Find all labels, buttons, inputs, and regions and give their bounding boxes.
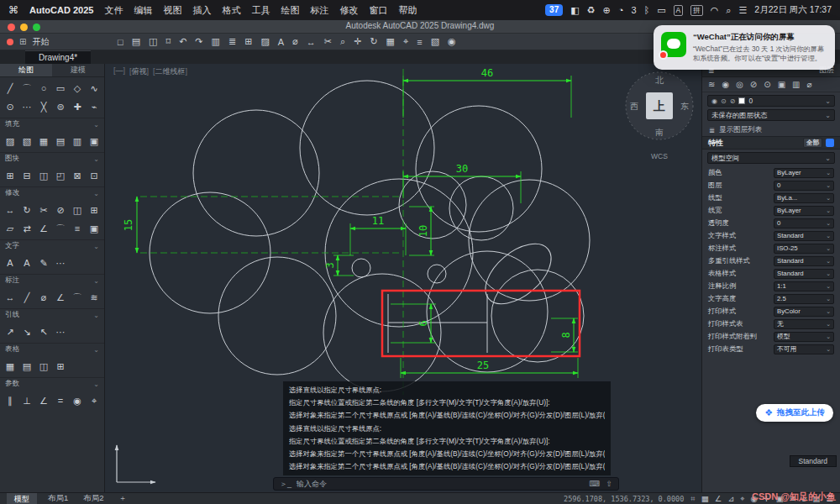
notification-count[interactable]: 3 — [631, 5, 636, 15]
edit-text-icon[interactable]: ✎ — [35, 254, 52, 272]
zoom-icon[interactable]: ⌕ — [340, 36, 345, 47]
property-value-dropdown[interactable]: ByLayer ⌄ — [774, 206, 834, 216]
trim-icon[interactable]: ✂ — [324, 36, 332, 47]
mirror-icon[interactable]: ▱ — [2, 219, 18, 238]
command-input-bar[interactable]: ＞_ 输入命令 ⌨ ⇧ — [273, 477, 619, 491]
property-value-dropdown[interactable]: 无 ⌄ — [774, 319, 834, 329]
bluetooth-icon[interactable]: ᛒ — [644, 5, 650, 15]
viewport-control[interactable]: 俯视 — [129, 66, 149, 77]
grid-display-icon[interactable]: ⌗ — [690, 494, 695, 504]
view-icon[interactable]: ◉ — [448, 36, 456, 47]
hatch-gradient-icon[interactable]: ▧ — [18, 132, 35, 150]
layer-new-icon[interactable]: ≋ — [708, 80, 715, 89]
menu-item[interactable]: 文件 — [104, 4, 123, 17]
parallel-constraint-icon[interactable]: ∥ — [2, 391, 18, 410]
leader-more-icon[interactable]: ⋯ — [52, 323, 69, 341]
wcs-dropdown[interactable]: WCS — [651, 152, 668, 160]
perpendicular-constraint-icon[interactable]: ⊥ — [18, 391, 35, 410]
recycle-icon[interactable]: ♻ — [587, 5, 596, 16]
attribute-icon[interactable]: ◰ — [52, 166, 69, 185]
property-value-dropdown[interactable]: 2.5 ⌄ — [774, 294, 834, 304]
xline-icon[interactable]: ╳ — [35, 97, 52, 116]
layer-off-icon[interactable]: ◎ — [736, 80, 743, 89]
array-icon[interactable]: ⊞ — [86, 201, 102, 219]
chevron-down-icon[interactable]: ⌄ — [826, 270, 831, 277]
wechat-notification[interactable]: “WeChat”正在访问你的屏幕 “WeChat”已在过去 30 天 1 次访问… — [654, 25, 835, 70]
upload-button[interactable]: ❖ 拖拽至此上传 — [756, 404, 833, 422]
table-insert-icon[interactable]: ⊞ — [52, 357, 69, 375]
property-value-dropdown[interactable]: ByColor ⌄ — [774, 307, 834, 317]
polar-tracking-icon[interactable]: ⊿ — [727, 494, 734, 504]
chevron-down-icon[interactable]: ⌄ — [826, 308, 831, 315]
layer-color-icon[interactable]: ▣ — [778, 80, 785, 89]
chevron-down-icon[interactable]: ⌄ — [826, 233, 831, 239]
create-block-icon[interactable]: ⊟ — [18, 166, 35, 185]
standard-style-badge[interactable]: Standard — [790, 455, 837, 467]
ellipse-icon[interactable]: ⊜ — [52, 97, 69, 116]
hatch-edit-icon[interactable]: ▣ — [86, 132, 102, 150]
trim-icon[interactable]: ✂ — [35, 201, 52, 219]
menu-item[interactable]: 标注 — [310, 4, 328, 17]
chevron-down-icon[interactable]: ⌄ — [93, 312, 99, 319]
chamfer-icon[interactable]: ∠ — [35, 219, 52, 238]
app-grid-icon[interactable]: ⊞ — [19, 37, 26, 46]
offset-icon[interactable]: ⇄ — [18, 219, 35, 238]
menu-item[interactable]: 插入 — [192, 4, 211, 17]
layer-on-icon[interactable]: ◉ — [722, 80, 729, 89]
viewport-control[interactable]: 二维线框 — [153, 66, 187, 77]
layers-icon[interactable]: ≣ — [228, 36, 236, 47]
mleader-icon[interactable]: ↗ — [2, 323, 18, 341]
redo-icon[interactable]: ↷ — [195, 36, 202, 47]
concentric-constraint-icon[interactable]: ◉ — [69, 391, 86, 410]
chevron-down-icon[interactable]: ⌄ — [825, 97, 831, 105]
layer-visibility-icon[interactable]: ◉ — [711, 97, 717, 105]
chevron-down-icon[interactable]: ⌄ — [825, 112, 831, 119]
hatch-user-icon[interactable]: ▤ — [52, 132, 69, 150]
leader-collect-icon[interactable]: ↖ — [35, 323, 52, 341]
hatch-pattern-icon[interactable]: ▨ — [2, 132, 18, 150]
properties-filter-icon[interactable] — [826, 139, 834, 147]
viewport-control[interactable]: — — [113, 66, 125, 77]
chevron-down-icon[interactable]: ⌄ — [825, 155, 831, 162]
chevron-down-icon[interactable]: ⌄ — [93, 190, 99, 197]
show-layer-list-row[interactable]: ≣ 显示图层列表 — [702, 123, 840, 136]
keyboard-icon[interactable]: ⌨ — [589, 480, 600, 488]
property-value-dropdown[interactable]: ByLayer ⌄ — [774, 168, 834, 178]
property-value-dropdown[interactable]: 0 ⌄ — [774, 218, 834, 228]
open-file-icon[interactable]: ▤ — [132, 36, 140, 47]
measure-icon[interactable]: ⌀ — [292, 36, 298, 47]
input-source-pinyin[interactable]: 拼 — [690, 5, 703, 16]
chevron-down-icon[interactable]: ⌄ — [826, 333, 831, 340]
linear-dim-icon[interactable]: ↔ — [2, 288, 18, 307]
orbit-icon[interactable]: ↻ — [370, 36, 377, 47]
chevron-down-icon[interactable]: ⌄ — [93, 121, 99, 129]
tab-drawing4[interactable]: Drawing4* — [25, 50, 91, 64]
aligned-dim-icon[interactable]: ╱ — [18, 288, 35, 307]
wifi-icon[interactable]: ◠ — [711, 5, 719, 16]
notification-bell-icon[interactable]: ◔ — [618, 5, 624, 15]
centerline-icon[interactable]: ✚ — [69, 97, 86, 116]
input-source-abc[interactable]: A — [674, 5, 684, 16]
layer-isolate-icon[interactable]: ⌀ — [807, 80, 812, 89]
command-input-placeholder[interactable]: 输入命令 — [297, 479, 327, 490]
rectangle-icon[interactable]: ▭ — [52, 79, 69, 97]
chevron-down-icon[interactable]: ⌄ — [826, 220, 831, 227]
property-value-dropdown[interactable]: Standard ⌄ — [774, 231, 834, 241]
donut-icon[interactable]: ⊙ — [2, 97, 18, 116]
palette-tab-draw[interactable]: 绘图 — [0, 64, 52, 76]
palette-section-header[interactable]: 文字 ⌄ — [0, 239, 104, 252]
angular-constraint-icon[interactable]: ∠ — [35, 391, 52, 410]
block-palette-icon[interactable]: ⊡ — [86, 166, 102, 185]
dimension-icon[interactable]: ↔ — [307, 37, 316, 47]
print-icon[interactable]: ⌑ — [165, 36, 171, 47]
undo-icon[interactable]: ↶ — [179, 36, 186, 47]
property-value-dropdown[interactable]: 0 ⌄ — [774, 181, 834, 191]
palette-section-header[interactable]: 表格 ⌄ — [0, 343, 104, 355]
chevron-down-icon[interactable]: ⌄ — [93, 381, 99, 388]
menu-item[interactable]: 编辑 — [134, 4, 152, 17]
property-value-dropdown[interactable]: 不可用 ⌄ — [774, 344, 834, 354]
palette-section-header[interactable]: 修改 ⌄ — [0, 186, 104, 199]
single-text-icon[interactable]: A — [18, 254, 35, 272]
expand-history-icon[interactable]: ⇧ — [606, 480, 612, 488]
palette-close-icon[interactable] — [7, 39, 13, 45]
